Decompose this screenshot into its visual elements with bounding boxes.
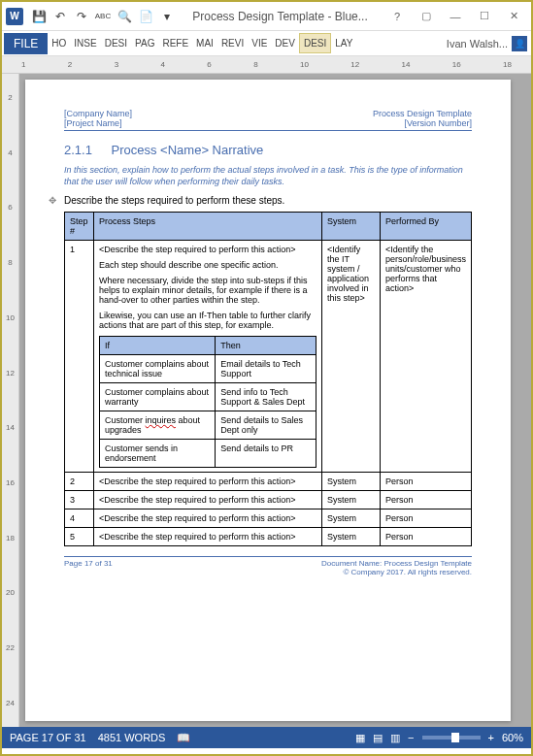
preview-icon[interactable]: 🔍 [115, 7, 134, 26]
footer-copyright: © Company 2017. All rights reserved. [321, 568, 472, 576]
table-move-handle-icon[interactable]: ✥ [49, 195, 56, 206]
cell-process-steps: <Describe the step required to perform t… [94, 241, 322, 473]
page-footer: Page 17 of 31 Document Name: Process Des… [64, 556, 472, 576]
file-tab[interactable]: FILE [4, 33, 48, 54]
status-bar: PAGE 17 OF 31 4851 WORDS 📖 ▦ ▤ ▥ − + 60% [2, 727, 531, 748]
tab-view[interactable]: VIE [248, 34, 271, 52]
col-system: System [321, 213, 380, 241]
table-header-row: Step # Process Steps System Performed By [65, 213, 472, 241]
web-layout-icon[interactable]: ▥ [390, 732, 400, 744]
document-area[interactable]: 24681012141618202224 [Company Name] [Pro… [2, 74, 531, 727]
minimize-icon[interactable]: — [442, 7, 469, 26]
zoom-out-icon[interactable]: − [408, 732, 414, 743]
cell-system: <Identify the IT system / application in… [321, 241, 380, 473]
tab-review[interactable]: REVI [217, 34, 248, 52]
status-words[interactable]: 4851 WORDS [98, 732, 166, 743]
table-row[interactable]: 3<Describe the step required to perform … [65, 491, 472, 509]
help-icon[interactable]: ? [383, 7, 411, 26]
quick-access-toolbar: W 💾 ↶ ↷ ABC 🔍 📄 ▾ [6, 7, 177, 26]
zoom-slider[interactable] [422, 736, 481, 740]
user-icon: 👤 [512, 36, 527, 51]
section-heading: 2.1.1 Process <Name> Narrative [64, 143, 472, 157]
save-icon[interactable]: 💾 [29, 7, 49, 26]
qat-more-icon[interactable]: ▾ [157, 7, 177, 26]
vertical-ruler[interactable]: 24681012141618202224 [2, 74, 19, 727]
window-controls: ? ▢ — ☐ ✕ [383, 7, 527, 26]
header-version: [Version Number] [373, 118, 472, 128]
read-mode-icon[interactable]: ▤ [373, 732, 383, 744]
section-name: Process <Name> Narrative [112, 143, 264, 157]
ribbon-display-icon[interactable]: ▢ [413, 7, 440, 26]
tab-developer[interactable]: DEV [271, 34, 299, 52]
cell-performed: <Identify the person/role/business units… [380, 241, 471, 473]
tab-layout[interactable]: LAY [331, 34, 356, 52]
footer-page: Page 17 of 31 [64, 559, 113, 576]
redo-icon[interactable]: ↷ [72, 7, 91, 26]
print-layout-icon[interactable]: ▦ [355, 732, 365, 744]
tab-design[interactable]: DESI [101, 34, 131, 52]
table-row[interactable]: Customer inquires about upgradesSend det… [100, 411, 316, 440]
header-doc-title: Process Design Template [373, 109, 472, 118]
table-row[interactable]: Customer sends in endorsementSend detail… [100, 440, 316, 468]
title-bar: W 💾 ↶ ↷ ABC 🔍 📄 ▾ Process Design Templat… [2, 2, 531, 31]
zoom-percent[interactable]: 60% [502, 732, 523, 743]
header-project: [Project Name] [64, 118, 132, 128]
maximize-icon[interactable]: ☐ [471, 7, 498, 26]
user-area[interactable]: Ivan Walsh... 👤 [447, 36, 531, 51]
process-table[interactable]: Step # Process Steps System Performed By… [64, 212, 472, 546]
table-row[interactable]: 5<Describe the step required to perform … [65, 528, 472, 546]
user-name: Ivan Walsh... [447, 38, 508, 49]
tab-home[interactable]: HO [48, 34, 70, 52]
spellcheck-icon[interactable]: ABC [93, 7, 113, 26]
undo-icon[interactable]: ↶ [50, 7, 70, 26]
zoom-in-icon[interactable]: + [488, 732, 494, 743]
proofing-icon[interactable]: 📖 [177, 732, 190, 744]
cell-step-num: 1 [65, 241, 94, 473]
horizontal-ruler[interactable]: 1234681012141618 [2, 56, 531, 74]
tab-table-design[interactable]: DESI [299, 33, 331, 53]
window-title: Process Design Template - Blue... [177, 10, 383, 23]
tab-mailings[interactable]: MAI [192, 34, 217, 52]
new-icon[interactable]: 📄 [136, 7, 155, 26]
close-icon[interactable]: ✕ [500, 7, 527, 26]
tab-page[interactable]: PAG [131, 34, 158, 52]
table-row[interactable]: Customer complains about warrantySend in… [100, 383, 316, 411]
footer-doc-name: Document Name: Process Design Template [321, 559, 472, 568]
tab-insert[interactable]: INSE [70, 34, 100, 52]
status-page[interactable]: PAGE 17 OF 31 [10, 732, 86, 743]
document-page[interactable]: [Company Name] [Project Name] Process De… [25, 80, 511, 721]
tab-references[interactable]: REFE [158, 34, 192, 52]
table-row[interactable]: 4<Describe the step required to perform … [65, 509, 472, 528]
ribbon-tabs: FILE HO INSE DESI PAG REFE MAI REVI VIE … [2, 31, 531, 56]
col-step-num: Step # [65, 213, 94, 241]
section-instruction: In this section, explain how to perform … [64, 165, 472, 187]
col-process-steps: Process Steps [94, 213, 322, 241]
page-header: [Company Name] [Project Name] Process De… [64, 109, 472, 131]
word-icon: W [6, 8, 23, 25]
if-then-table[interactable]: IfThen Customer complains about technica… [99, 336, 316, 468]
zoom-thumb[interactable] [451, 733, 459, 742]
intro-text: Describe the steps required to perform t… [64, 195, 472, 206]
header-company: [Company Name] [64, 109, 132, 118]
section-number: 2.1.1 [64, 143, 92, 157]
table-row[interactable]: 2<Describe the step required to perform … [65, 473, 472, 491]
table-row[interactable]: Customer complains about technical issue… [100, 355, 316, 383]
col-performed-by: Performed By [380, 213, 471, 241]
table-row[interactable]: 1 <Describe the step required to perform… [65, 241, 472, 473]
